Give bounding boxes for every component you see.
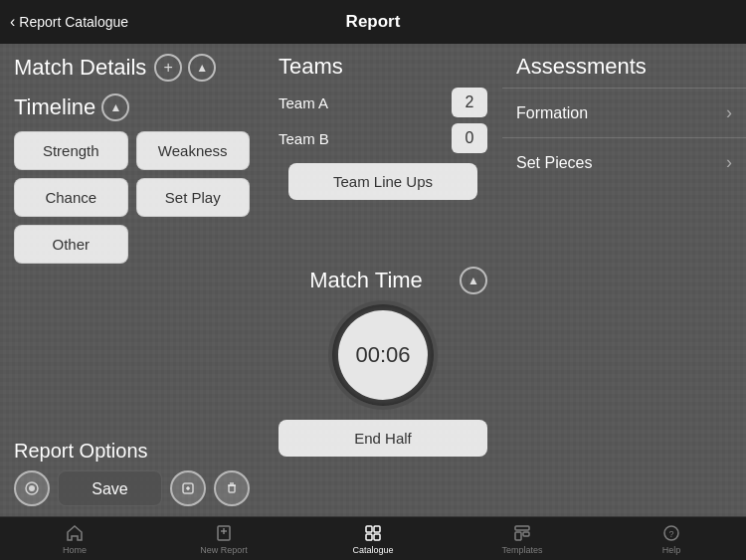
action-row-2: Chance Set Play bbox=[14, 178, 250, 217]
set-play-button[interactable]: Set Play bbox=[136, 178, 251, 217]
report-options-row: Save bbox=[14, 470, 250, 506]
assessment-set-pieces[interactable]: Set Pieces › bbox=[502, 137, 746, 187]
team-a-score: 2 bbox=[452, 88, 487, 117]
timer-inner-circle: 00:06 bbox=[338, 310, 428, 400]
left-panel: Match Details + ▲ Timeline ▲ Strength We… bbox=[0, 44, 264, 516]
delete-icon bbox=[225, 481, 239, 495]
svg-rect-14 bbox=[515, 526, 529, 530]
svg-point-1 bbox=[29, 485, 35, 491]
weakness-button[interactable]: Weakness bbox=[136, 131, 251, 170]
svg-rect-13 bbox=[374, 534, 380, 540]
report-options-title: Report Options bbox=[14, 440, 250, 463]
main-content: Match Details + ▲ Timeline ▲ Strength We… bbox=[0, 44, 746, 516]
nav-help[interactable]: ? Help bbox=[597, 517, 746, 560]
nav-catalogue[interactable]: Catalogue bbox=[298, 517, 448, 560]
team-a-row: Team A 2 bbox=[279, 88, 487, 117]
share-icon bbox=[181, 481, 195, 495]
report-options-section: Report Options Save bbox=[0, 440, 264, 506]
teams-section: Teams Team A 2 Team B 0 Team Line Ups bbox=[269, 44, 497, 200]
team-lineups-button[interactable]: Team Line Ups bbox=[288, 163, 477, 200]
match-details-header: Match Details + ▲ bbox=[0, 44, 264, 88]
action-buttons-grid: Strength Weakness Chance Set Play Other bbox=[0, 131, 264, 264]
nav-help-label: Help bbox=[662, 545, 681, 555]
timeline-title: Timeline bbox=[14, 94, 95, 120]
home-icon bbox=[65, 523, 85, 543]
svg-rect-12 bbox=[366, 534, 372, 540]
timer-display: 00:06 bbox=[355, 342, 410, 368]
nav-templates-label: Templates bbox=[501, 545, 542, 555]
nav-new-report[interactable]: New Report bbox=[149, 517, 298, 560]
svg-rect-16 bbox=[523, 532, 529, 536]
collapse-match-time-button[interactable]: ▲ bbox=[460, 267, 487, 294]
delete-button[interactable] bbox=[214, 470, 250, 506]
back-chevron-icon: ‹ bbox=[10, 13, 15, 31]
add-match-detail-button[interactable]: + bbox=[154, 54, 182, 82]
action-row-3: Other bbox=[14, 225, 250, 264]
top-bar: ‹ Report Catalogue Report bbox=[0, 0, 746, 44]
assessments-title: Assessments bbox=[502, 44, 746, 88]
nav-catalogue-label: Catalogue bbox=[352, 545, 393, 555]
new-report-icon bbox=[214, 523, 234, 543]
end-half-button[interactable]: End Half bbox=[279, 420, 487, 457]
assessment-formation[interactable]: Formation › bbox=[502, 88, 746, 137]
chance-button[interactable]: Chance bbox=[14, 178, 128, 217]
other-button[interactable]: Other bbox=[14, 225, 128, 264]
collapse-timeline-button[interactable]: ▲ bbox=[101, 93, 129, 121]
timeline-header: Timeline ▲ bbox=[0, 88, 264, 131]
team-b-row: Team B 0 bbox=[279, 123, 487, 153]
right-panel: Assessments Formation › Set Pieces › bbox=[502, 44, 746, 516]
catalogue-icon bbox=[363, 523, 383, 543]
assessment-formation-label: Formation bbox=[516, 104, 726, 122]
team-a-name: Team A bbox=[279, 94, 452, 111]
back-label: Report Catalogue bbox=[19, 14, 128, 30]
svg-text:?: ? bbox=[668, 529, 673, 539]
templates-icon bbox=[512, 523, 532, 543]
action-row-1: Strength Weakness bbox=[14, 131, 250, 170]
share-button[interactable] bbox=[170, 470, 206, 506]
assessment-formation-chevron-icon: › bbox=[726, 102, 732, 123]
assessment-set-pieces-chevron-icon: › bbox=[726, 152, 732, 173]
match-time-section: Match Time ▲ 00:06 End Half bbox=[269, 261, 497, 457]
record-button[interactable] bbox=[14, 470, 50, 506]
assessment-set-pieces-label: Set Pieces bbox=[516, 154, 726, 172]
page-title: Report bbox=[346, 12, 401, 32]
match-details-title: Match Details bbox=[14, 55, 146, 81]
svg-rect-5 bbox=[229, 485, 235, 492]
collapse-match-details-button[interactable]: ▲ bbox=[188, 54, 216, 82]
svg-rect-11 bbox=[374, 526, 380, 532]
nav-new-report-label: New Report bbox=[200, 545, 248, 555]
team-b-score: 0 bbox=[452, 123, 487, 153]
match-time-title: Match Time bbox=[279, 268, 454, 293]
team-b-name: Team B bbox=[279, 130, 452, 147]
save-button[interactable]: Save bbox=[58, 470, 162, 506]
help-icon: ? bbox=[661, 523, 681, 543]
teams-title: Teams bbox=[279, 54, 487, 80]
strength-button[interactable]: Strength bbox=[14, 131, 128, 170]
nav-templates[interactable]: Templates bbox=[448, 517, 597, 560]
record-icon bbox=[25, 481, 39, 495]
back-button[interactable]: ‹ Report Catalogue bbox=[10, 13, 128, 31]
nav-home-label: Home bbox=[63, 545, 87, 555]
match-time-header: Match Time ▲ bbox=[269, 261, 497, 300]
nav-home[interactable]: Home bbox=[0, 517, 149, 560]
bottom-nav: Home New Report Catalogue Templates ? bbox=[0, 516, 746, 560]
svg-rect-15 bbox=[515, 532, 521, 540]
timer-outer-circle: 00:06 bbox=[328, 300, 438, 410]
svg-rect-10 bbox=[366, 526, 372, 532]
